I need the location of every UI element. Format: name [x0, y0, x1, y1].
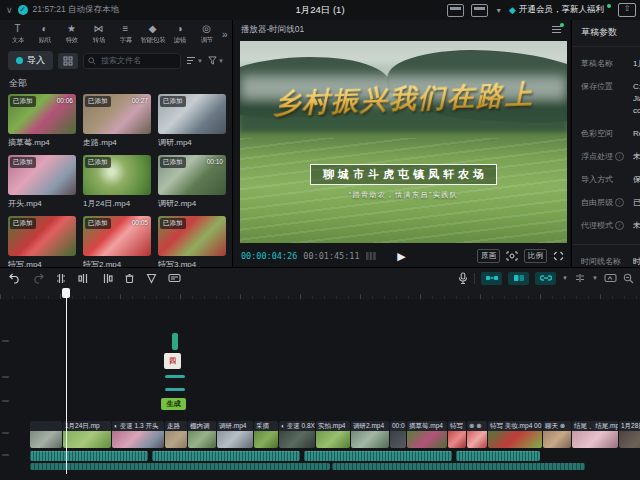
- timeline-clip[interactable]: 1月24日.mp: [63, 421, 111, 448]
- timeline-clip[interactable]: 结尾 、结尾.mp4: [572, 421, 618, 448]
- mask-button[interactable]: [146, 273, 157, 284]
- audio-clip[interactable]: [30, 463, 330, 470]
- timeline-toolbar: ▼ ▼: [0, 267, 640, 289]
- timeline-clip[interactable]: 棚内调: [188, 421, 216, 448]
- redo-button[interactable]: [32, 273, 44, 284]
- timeline-clip[interactable]: 调研.mp4: [217, 421, 253, 448]
- split-left-button[interactable]: [78, 273, 90, 284]
- linkage-caret-icon[interactable]: ▼: [562, 275, 568, 281]
- linkage-toggle[interactable]: [535, 272, 556, 285]
- delete-button[interactable]: [124, 273, 135, 284]
- text-template-button[interactable]: [168, 273, 181, 284]
- main-track-magnet-toggle[interactable]: [481, 272, 502, 285]
- tab-调节[interactable]: ◎调节: [193, 23, 220, 45]
- media-item[interactable]: 已添加1月24日.mp4: [83, 155, 151, 209]
- player-menu-icon[interactable]: [551, 25, 562, 34]
- split-button[interactable]: [55, 273, 67, 284]
- tab-字幕[interactable]: ≡字幕: [112, 23, 139, 45]
- mic-icon[interactable]: [458, 272, 468, 285]
- timeline-clip[interactable]: ◐ 变速 1.3 开头: [112, 421, 164, 448]
- media-item[interactable]: 已添加00:06摘草莓.mp4: [8, 94, 76, 148]
- preview-axis-caret-icon[interactable]: ▼: [592, 275, 598, 281]
- text-clip[interactable]: 四: [164, 353, 181, 369]
- tab-智能包装[interactable]: ◆智能包装: [139, 23, 166, 45]
- timeline-clip[interactable]: 调研2.mp4: [351, 421, 389, 448]
- timeline-clip[interactable]: ◐ 变速 0.8X: [279, 421, 315, 448]
- clip-label: 摘草莓.mp4: [407, 421, 447, 431]
- audio-clip[interactable]: [152, 451, 300, 461]
- chevron-down-icon[interactable]: ∨: [6, 5, 13, 15]
- timeline-ruler[interactable]: [0, 288, 640, 299]
- added-badge: 已添加: [85, 96, 111, 107]
- timeline-clip[interactable]: 聊天 ⊗: [543, 421, 571, 448]
- filter-button[interactable]: ▼: [208, 56, 224, 65]
- timeline-clip[interactable]: ⊗ ⊗: [467, 421, 487, 448]
- clip-thumbnail: [351, 431, 389, 448]
- media-item[interactable]: 已添加特写.mp4: [8, 216, 76, 270]
- member-banner[interactable]: ◆ 开通会员，享新人福利: [509, 4, 611, 16]
- info-icon[interactable]: i: [615, 152, 624, 161]
- split-right-button[interactable]: [101, 273, 113, 284]
- tab-贴纸[interactable]: ◐贴纸: [31, 23, 58, 45]
- video-preview[interactable]: 乡村振兴我们在路上 聊城市斗虎屯镇凤轩农场 “踏青助农，情满东昌”实践队: [240, 41, 567, 243]
- tab-特效[interactable]: ★特效: [58, 23, 85, 45]
- timeline-clip[interactable]: 摘草莓.mp4: [407, 421, 447, 448]
- focus-icon[interactable]: [506, 251, 518, 261]
- mini-clip[interactable]: [165, 388, 185, 391]
- info-icon[interactable]: i: [615, 221, 624, 230]
- timeline-clip[interactable]: 走路: [165, 421, 187, 448]
- timeline-clip[interactable]: 00:0: [390, 421, 406, 448]
- undo-button[interactable]: [9, 273, 21, 284]
- tab-label: 特效: [65, 36, 78, 45]
- media-item[interactable]: 已添加特写3.mp4: [158, 216, 226, 270]
- original-quality-button[interactable]: 原画: [477, 249, 500, 263]
- preview-axis-icon[interactable]: [574, 273, 586, 283]
- workspace-caret-icon[interactable]: ▼: [495, 7, 502, 14]
- timeline-clip[interactable]: 特写 美妆.mp4 00:0: [488, 421, 542, 448]
- timeline-clip[interactable]: 1月28日.mp4: [619, 421, 640, 448]
- workspace-icon[interactable]: [471, 4, 488, 17]
- tab-转场[interactable]: ⋈转场: [85, 23, 112, 45]
- autosave-status: 21:57:21 自动保存本地: [33, 4, 119, 16]
- tab-文本[interactable]: T文本: [4, 23, 31, 45]
- media-item[interactable]: 已添加00:05特写2.mp4: [83, 216, 151, 270]
- mini-clip[interactable]: [165, 375, 185, 378]
- media-item[interactable]: 已添加00:27走路.mp4: [83, 94, 151, 148]
- timeline[interactable]: 四生成 1月24日.mp◐ 变速 1.3 开头走路棚内调调研.mp4采摘◐ 变速…: [0, 288, 640, 480]
- search-box[interactable]: [83, 53, 181, 69]
- zoom-out-icon[interactable]: [623, 273, 634, 284]
- frame-list-icon[interactable]: [366, 252, 376, 260]
- timeline-clip[interactable]: 特写: [448, 421, 466, 448]
- text-clip[interactable]: 生成: [161, 398, 186, 410]
- grid-view-button[interactable]: [58, 53, 78, 69]
- audio-clip[interactable]: [332, 463, 585, 470]
- export-button[interactable]: ⇧: [618, 3, 636, 17]
- play-button[interactable]: ▶: [397, 250, 405, 263]
- search-input[interactable]: [99, 55, 176, 66]
- ratio-button[interactable]: 比例: [524, 249, 547, 263]
- auto-snap-toggle[interactable]: [508, 272, 529, 285]
- timeline-clip[interactable]: 实拍.mp4: [316, 421, 350, 448]
- media-item[interactable]: 已添加调研.mp4: [158, 94, 226, 148]
- media-item[interactable]: 已添加00:10调研2.mp4: [158, 155, 226, 209]
- mini-clip[interactable]: [172, 333, 178, 350]
- audio-clip[interactable]: [456, 451, 540, 461]
- audio-clip[interactable]: [30, 451, 148, 461]
- added-badge: 已添加: [85, 218, 111, 229]
- asset-panel: T文本◐贴纸★特效⋈转场≡字幕◆智能包装◑滤镜◎调节 » 导入 ▼ ▼ 全部 已…: [0, 20, 233, 267]
- audio-clip[interactable]: [304, 451, 452, 461]
- import-button[interactable]: 导入: [8, 51, 53, 70]
- fullscreen-icon[interactable]: [553, 251, 564, 261]
- media-item[interactable]: 已添加开头.mp4: [8, 155, 76, 209]
- clip-thumbnail: [30, 431, 62, 448]
- tab-滤镜[interactable]: ◑滤镜: [166, 23, 193, 45]
- timeline-clip[interactable]: [30, 421, 62, 448]
- render-preview-icon[interactable]: [604, 273, 617, 283]
- playhead-line[interactable]: [66, 288, 67, 474]
- playhead-handle[interactable]: [62, 288, 70, 298]
- sort-button[interactable]: ▼: [186, 56, 203, 65]
- layout-icon[interactable]: [447, 4, 464, 17]
- info-icon[interactable]: i: [615, 198, 624, 207]
- timeline-clip[interactable]: 采摘: [254, 421, 278, 448]
- tabs-more-icon[interactable]: »: [222, 29, 228, 40]
